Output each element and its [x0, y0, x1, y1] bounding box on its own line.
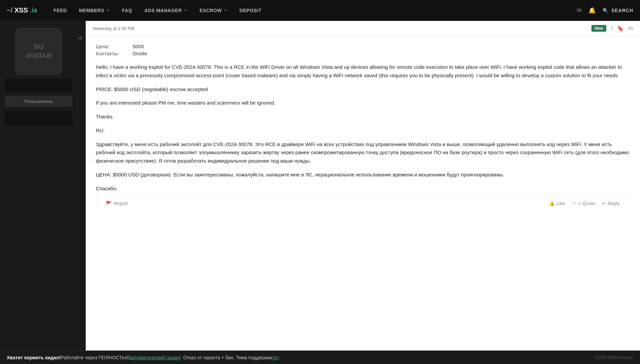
meta-row-contacts: Контакты: Onsite	[96, 50, 161, 57]
like-button[interactable]: 👍 Like	[549, 201, 565, 206]
nav-ads-manager[interactable]: ADS MANAGER ▼	[138, 0, 194, 21]
avatar-label: AVATAR	[26, 52, 52, 60]
chevron-down-icon: ▼	[224, 8, 227, 12]
search-icon: 🔍	[603, 8, 609, 13]
post-body: Цена: 5000 Контакты: Onsite Hello, I hav…	[86, 36, 640, 221]
mail-icon[interactable]: ✉	[577, 7, 582, 14]
nav-deposit[interactable]: DEPOSIT	[233, 0, 268, 21]
nav-items: FEED MEMBERS ▼ FAQ ADS MANAGER ▼ ESCROW …	[48, 0, 577, 21]
price-ru: ЦЕНА: $5000 USD (договорная). Если вы за…	[96, 171, 630, 179]
badge-new: New	[591, 25, 607, 32]
banner-link-tut[interactable]: тут	[272, 355, 279, 360]
bell-icon[interactable]: 🔔	[588, 7, 596, 14]
chevron-down-icon: ▼	[106, 8, 110, 12]
post-meta: Цена: 5000 Контакты: Onsite	[96, 43, 630, 57]
contacts-label: Контакты:	[96, 50, 133, 57]
price-value: 5000	[133, 43, 161, 50]
post-timestamp: Yesterday at 1:05 PM	[92, 26, 134, 31]
user-badge: Пользователь	[5, 96, 72, 107]
body-ru: Здравствуйте, у меня есть рабочий экспло…	[96, 140, 630, 165]
collapse-icon[interactable]: ◀	[78, 34, 82, 41]
post-number: #1	[628, 26, 633, 31]
share-icon[interactable]: ⤴	[610, 25, 613, 31]
contacts-value: Onsite	[133, 50, 161, 57]
body-en: Hello, I have a working exploit for CVE-…	[96, 63, 630, 80]
nav-escrow[interactable]: ESCROW ▼	[193, 0, 233, 21]
price-line: PRICE: $5000 USD (negotiable) escrow acc…	[96, 85, 630, 94]
quote-button[interactable]: ＋ + Quote	[572, 200, 595, 206]
post-header-right: New ⤴ 🔖 #1	[591, 25, 633, 32]
post-header: Yesterday at 1:05 PM New ⤴ 🔖 #1	[86, 21, 640, 36]
nav-faq[interactable]: FAQ	[116, 0, 138, 21]
flag-icon: 🚩	[106, 201, 112, 206]
thanks-line: Thanks.	[96, 113, 630, 121]
banner-bold: Хватит кормить кидал!	[7, 355, 61, 360]
nav-feed[interactable]: FEED	[48, 0, 73, 21]
post-footer-right: 👍 Like ＋ + Quote ↩ Reply	[549, 200, 620, 206]
user-name-bar	[5, 79, 72, 92]
meta-table: Цена: 5000 Контакты: Onsite	[96, 43, 161, 57]
left-sidebar: NO AVATAR Пользователь	[0, 21, 78, 351]
logo-xss: XSS	[15, 6, 28, 14]
post-footer: 🚩 Report 👍 Like ＋ + Quote ↩ Reply	[96, 196, 630, 211]
main-container: NO AVATAR Пользователь ◀ Yesterday at 1:…	[0, 21, 640, 351]
bottom-banner: Хватит кормить кидал! Работайте через ПО…	[0, 351, 640, 364]
reply-button[interactable]: ↩ Reply	[602, 201, 620, 206]
site-logo[interactable]: ~/ XSS .is	[7, 6, 37, 14]
post-content: Hello, I have a working exploit for CVE-…	[96, 63, 630, 193]
nav-members[interactable]: MEMBERS ▼	[73, 0, 116, 21]
avatar-no-text: NO	[34, 43, 44, 51]
reply-icon: ↩	[602, 201, 606, 206]
user-info-bar	[5, 111, 72, 125]
quote-icon: ＋	[572, 200, 577, 206]
chevron-down-icon: ▼	[184, 8, 187, 12]
report-button[interactable]: 🚩 Report	[106, 201, 128, 206]
ru-label: RU:	[96, 127, 630, 135]
meta-row-price: Цена: 5000	[96, 43, 161, 50]
banner-text2: . Отказ от гаранта = бан. Тема поддержки	[180, 355, 272, 360]
banner-text1: Работайте через ПОЛНОСТЬЮ	[61, 355, 130, 360]
top-navigation: ~/ XSS .is FEED MEMBERS ▼ FAQ ADS MANAGE…	[0, 0, 640, 21]
logo-dotis: .is	[30, 6, 37, 14]
like-icon: 👍	[549, 201, 555, 206]
logo-tilde: ~/	[7, 6, 12, 14]
price-label: Цена:	[96, 43, 133, 50]
csdn-credit: CSDN @DisonTango	[595, 355, 633, 360]
post-area: Yesterday at 1:05 PM New ⤴ 🔖 #1 Цена: 50…	[86, 21, 640, 351]
nav-right: ✉ 🔔 🔍 SEARCH	[577, 7, 633, 14]
interest-line: If you are interested please PM me, time…	[96, 99, 630, 107]
search-button[interactable]: 🔍 SEARCH	[603, 8, 633, 13]
thanks-ru: Спасибо.	[96, 185, 630, 193]
banner-link-garant[interactable]: автоматический гарант	[130, 355, 180, 360]
banner-text3: .	[279, 355, 280, 360]
divider-arrow: ◀	[78, 21, 86, 351]
bookmark-icon[interactable]: 🔖	[617, 25, 624, 32]
avatar: NO AVATAR	[15, 28, 62, 75]
